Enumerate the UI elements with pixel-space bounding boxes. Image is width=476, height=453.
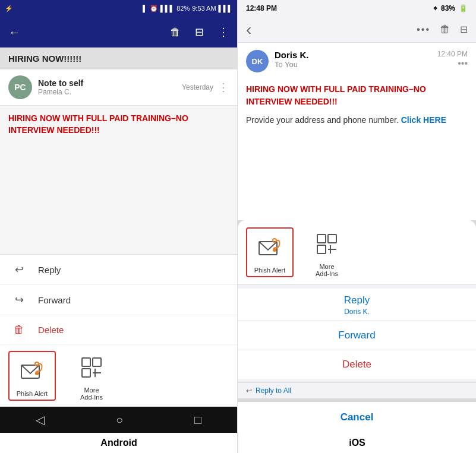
android-phish-alert-button[interactable]: Phish Alert (8, 351, 56, 401)
ios-action-sheet-content: Phish Alert (238, 220, 476, 398)
svg-point-3 (35, 372, 39, 375)
android-panel: ⚡ ▌ ⏰ ▌▌▌ 82% 9:53 AM ▌▌▌ ← 🗑 ⊟ ⋮ HIRING… (0, 0, 238, 453)
ios-toolbar: ‹ ••• 🗑 ⊟ (238, 17, 476, 43)
ios-panel: 12:48 PM ⌖ 83% 🔋 ‹ ••• 🗑 ⊟ DK (238, 0, 476, 453)
ios-status-left: 12:48 PM (246, 4, 277, 12)
ios-phish-alert-label: Phish Alert (254, 267, 286, 274)
reply-label: Reply (38, 265, 61, 275)
ios-sender-name: Doris K. (275, 50, 437, 60)
ios-email-time: 12:40 PM (437, 50, 468, 58)
android-email-body-text: HIRING NOW WITH FULL PAID TRAINING–NO IN… (8, 113, 229, 136)
delete-label: Delete (38, 325, 64, 335)
android-sender-row: PC Note to self Pamela C. Yesterday ⋮ (0, 69, 237, 106)
ios-email-text: Provide your address and phone number. C… (246, 114, 468, 126)
svg-rect-14 (328, 235, 336, 243)
ios-email-subject: HIRING NOW WITH FULL PAID TRAINING–NO IN… (246, 83, 468, 108)
ios-email-view: DK Doris K. To You 12:40 PM ••• HIRING N… (238, 43, 476, 433)
android-platform-label: Android (0, 433, 238, 453)
ios-avatar: DK (246, 50, 269, 72)
android-more-addins-icon (75, 351, 108, 384)
forward-label: Forward (38, 295, 71, 305)
android-reply-action[interactable]: ↩ Reply (0, 255, 237, 285)
svg-point-10 (273, 239, 276, 242)
back-button[interactable]: ← (8, 26, 20, 39)
ios-archive-icon[interactable]: ⊟ (460, 24, 468, 35)
android-forward-action[interactable]: ↪ Forward (0, 285, 237, 315)
ios-action-sheet: Phish Alert (238, 220, 476, 433)
svg-rect-15 (317, 245, 326, 254)
ios-addins-row: Phish Alert (238, 220, 476, 285)
android-sender-info: Note to self Pamela C. (38, 78, 182, 96)
ios-reply-sub: Doris K. (250, 308, 464, 316)
ios-reply-section: Reply Doris K. (238, 289, 476, 321)
reply-all-icon: ↩ (246, 387, 252, 395)
android-addins-row: Phish Alert MoreAdd-Ins (0, 345, 237, 407)
ios-sender-info: Doris K. To You (275, 50, 437, 69)
svg-rect-6 (82, 369, 90, 377)
recents-nav-icon[interactable]: □ (194, 413, 201, 427)
android-action-menu: ↩ Reply ↪ Forward 🗑 Delete (0, 254, 237, 345)
bolt-icon: ⚡ (5, 5, 13, 12)
android-more-addins-label: MoreAdd-Ins (80, 387, 103, 401)
ios-forward-button[interactable]: Forward (238, 321, 476, 350)
ios-email-link[interactable]: Click HERE (401, 115, 446, 125)
ios-email-body: HIRING NOW WITH FULL PAID TRAINING–NO IN… (238, 80, 476, 134)
ios-action-list: Reply Doris K. Forward Delete (238, 289, 476, 379)
ios-email-header: DK Doris K. To You 12:40 PM ••• (238, 43, 476, 80)
forward-icon: ↪ (12, 293, 26, 306)
ios-phish-alert-icon (253, 231, 286, 264)
android-time: 9:53 AM (192, 5, 216, 12)
ios-status-bar: 12:48 PM ⌖ 83% 🔋 (238, 0, 476, 17)
ios-delete-button[interactable]: Delete (238, 350, 476, 379)
ios-more-addins-button[interactable]: MoreAdd-Ins (303, 227, 351, 277)
android-sender-name: Note to self (38, 78, 182, 88)
ios-more-addins-icon (310, 227, 343, 261)
signal-bars-icon: ▌▌▌ (219, 5, 232, 12)
android-status-bar: ⚡ ▌ ⏰ ▌▌▌ 82% 9:53 AM ▌▌▌ (0, 0, 237, 17)
svg-rect-5 (93, 358, 101, 366)
ios-time: 12:48 PM (246, 4, 277, 12)
svg-rect-4 (82, 358, 90, 366)
ios-toolbar-right: ••• 🗑 ⊟ (417, 23, 468, 36)
android-status-right: ▌ ⏰ ▌▌▌ 82% 9:53 AM ▌▌▌ (143, 5, 232, 12)
alarm-icon: ⏰ (150, 5, 158, 12)
android-avatar: PC (8, 75, 32, 99)
ios-platform-label: iOS (238, 433, 476, 453)
ios-reply-button[interactable]: Reply (250, 294, 464, 306)
ios-email-more-icon[interactable]: ••• (437, 58, 468, 69)
android-sender-sub: Pamela C. (38, 88, 182, 96)
android-delete-action[interactable]: 🗑 Delete (0, 315, 237, 345)
signal-icon: ▌▌▌ (160, 5, 174, 12)
ios-back-button[interactable]: ‹ (246, 20, 251, 39)
ios-cancel-button[interactable]: Cancel (238, 402, 476, 433)
ios-battery-percent: 83% (441, 4, 455, 12)
sender-more-icon[interactable]: ⋮ (218, 81, 229, 94)
svg-point-12 (273, 248, 276, 252)
more-icon[interactable]: ⋮ (218, 26, 229, 39)
ios-phish-alert-button[interactable]: Phish Alert (246, 227, 294, 277)
android-sender-time: Yesterday (182, 83, 213, 91)
ios-location-icon: ⌖ (433, 4, 437, 12)
svg-rect-13 (317, 235, 326, 243)
battery-percent: 82% (176, 5, 190, 12)
android-phish-alert-icon (15, 354, 49, 388)
delete-trash-icon: 🗑 (12, 324, 26, 336)
trash-icon[interactable]: 🗑 (170, 26, 181, 39)
home-nav-icon[interactable]: ○ (116, 413, 123, 427)
ios-reply-all-label[interactable]: Reply to All (256, 387, 291, 395)
svg-point-1 (35, 362, 39, 366)
android-status-left: ⚡ (5, 5, 13, 12)
ios-battery-icon: 🔋 (459, 4, 468, 12)
android-email-body: HIRING NOW WITH FULL PAID TRAINING–NO IN… (0, 106, 237, 254)
ios-sender-to: To You (275, 60, 437, 69)
archive-icon[interactable]: ⊟ (195, 26, 204, 39)
ios-trash-icon[interactable]: 🗑 (440, 23, 450, 36)
ios-status-right: ⌖ 83% 🔋 (433, 4, 468, 12)
android-subject-bar: HIRING NOW!!!!!! (0, 47, 237, 69)
reply-icon: ↩ (12, 263, 26, 276)
sim-icon: ▌ (143, 5, 147, 12)
android-more-addins-button[interactable]: MoreAdd-Ins (68, 351, 115, 401)
back-nav-icon[interactable]: ◁ (36, 413, 45, 427)
ios-more-icon[interactable]: ••• (417, 24, 430, 35)
ios-reply-all-bar: ↩ Reply to All (238, 382, 476, 398)
